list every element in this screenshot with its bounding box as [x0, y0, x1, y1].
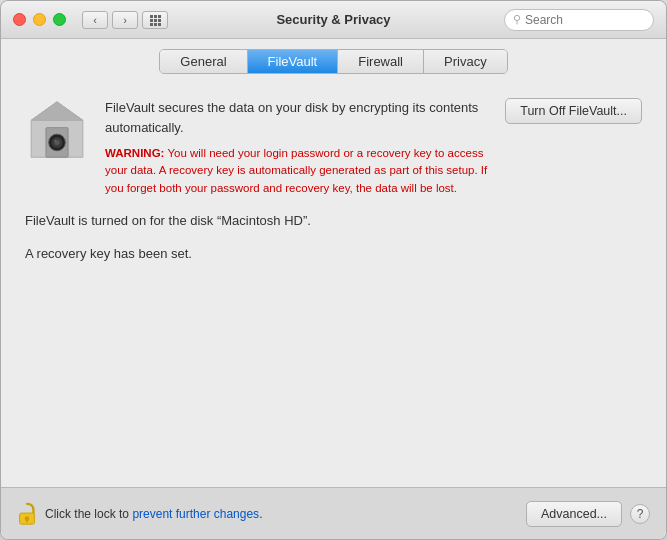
text-section: FileVault secures the data on your disk …	[105, 98, 489, 197]
tab-general[interactable]: General	[160, 50, 247, 73]
click-lock-suffix: .	[259, 507, 262, 521]
minimize-button[interactable]	[33, 13, 46, 26]
traffic-lights	[13, 13, 66, 26]
click-lock-prefix: Click the lock to	[45, 507, 132, 521]
svg-point-15	[54, 140, 56, 142]
warning-text: WARNING: You will need your login passwo…	[105, 145, 489, 197]
svg-rect-0	[150, 15, 153, 18]
recovery-key-text: A recovery key has been set.	[25, 246, 642, 261]
grid-button[interactable]	[142, 11, 168, 29]
nav-buttons: ‹ ›	[82, 11, 138, 29]
window-title: Security & Privacy	[276, 12, 390, 27]
back-button[interactable]: ‹	[82, 11, 108, 29]
warning-label: WARNING:	[105, 147, 164, 159]
bottom-bar: Click the lock to prevent further change…	[1, 487, 666, 539]
forward-button[interactable]: ›	[112, 11, 138, 29]
prevent-changes-link[interactable]: prevent further changes	[132, 507, 259, 521]
svg-rect-2	[158, 15, 161, 18]
main-window: ‹ › Security & Privacy ⚲ General	[0, 0, 667, 540]
svg-rect-5	[158, 19, 161, 22]
content-area: FileVault secures the data on your disk …	[1, 82, 666, 487]
svg-rect-3	[150, 19, 153, 22]
title-bar: ‹ › Security & Privacy ⚲	[1, 1, 666, 39]
help-button[interactable]: ?	[630, 504, 650, 524]
tabs-container: General FileVault Firewall Privacy	[1, 39, 666, 82]
svg-rect-8	[158, 23, 161, 26]
svg-marker-10	[31, 102, 83, 120]
click-lock-label: Click the lock to prevent further change…	[45, 507, 526, 521]
search-input[interactable]	[525, 13, 645, 27]
svg-rect-7	[154, 23, 157, 26]
svg-rect-1	[154, 15, 157, 18]
search-box[interactable]: ⚲	[504, 9, 654, 31]
content-row: FileVault secures the data on your disk …	[25, 98, 642, 197]
filevault-status-text: FileVault is turned on for the disk “Mac…	[25, 211, 642, 231]
svg-rect-4	[154, 19, 157, 22]
maximize-button[interactable]	[53, 13, 66, 26]
advanced-button[interactable]: Advanced...	[526, 501, 622, 527]
svg-rect-6	[150, 23, 153, 26]
tab-group: General FileVault Firewall Privacy	[159, 49, 507, 74]
close-button[interactable]	[13, 13, 26, 26]
filevault-icon	[25, 98, 89, 162]
tab-filevault[interactable]: FileVault	[248, 50, 339, 73]
filevault-description: FileVault secures the data on your disk …	[105, 98, 489, 137]
tab-firewall[interactable]: Firewall	[338, 50, 424, 73]
svg-rect-18	[26, 518, 28, 522]
lock-icon[interactable]	[17, 502, 37, 526]
tab-privacy[interactable]: Privacy	[424, 50, 507, 73]
search-icon: ⚲	[513, 13, 521, 26]
status-section: FileVault is turned on for the disk “Mac…	[25, 197, 642, 262]
turn-off-filevault-button[interactable]: Turn Off FileVault...	[505, 98, 642, 124]
